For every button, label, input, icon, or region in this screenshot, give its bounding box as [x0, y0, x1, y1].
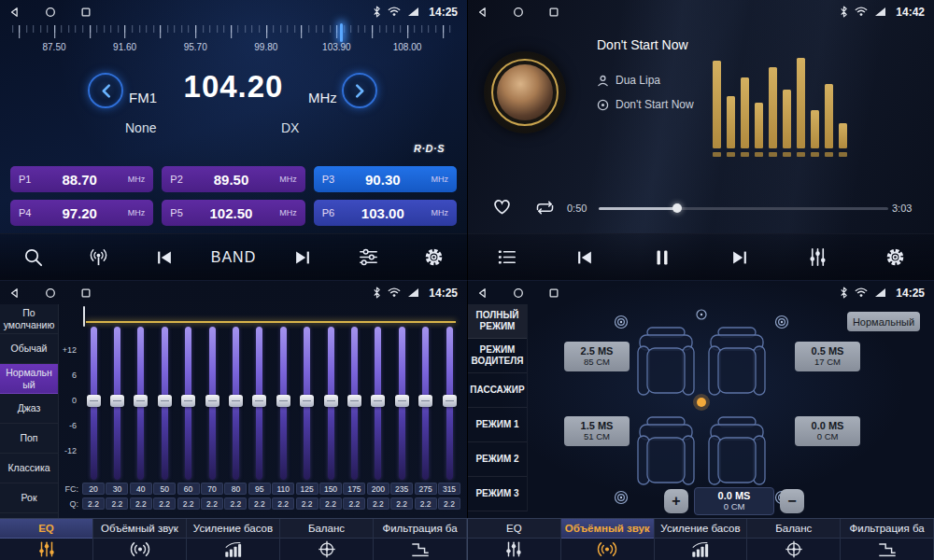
preset-button-p1[interactable]: P188.70MHz	[10, 166, 153, 192]
home-icon[interactable]	[513, 7, 524, 18]
tune-up-button[interactable]	[342, 73, 377, 108]
radio-broadcast-icon[interactable]	[79, 238, 119, 277]
home-icon[interactable]	[45, 7, 56, 18]
next-track-icon[interactable]	[720, 238, 759, 277]
tab-left-3[interactable]: Баланс	[280, 519, 374, 560]
home-icon[interactable]	[45, 287, 56, 299]
settings-gear-icon[interactable]	[415, 238, 454, 277]
delay-decrease-button[interactable]: −	[780, 489, 804, 513]
band-fc-value: 150	[319, 483, 342, 495]
status-bar: 14:25	[0, 0, 467, 23]
listening-mode-2[interactable]: ПАССАЖИР	[468, 373, 527, 408]
delay-front-left-button[interactable]: 2.5 MS 85 СМ	[564, 342, 630, 371]
status-icons: 14:25	[840, 287, 925, 300]
eq-band-handle[interactable]	[418, 395, 432, 407]
preset-button-p2[interactable]: P289.50MHz	[162, 166, 304, 192]
eq-band-handle[interactable]	[443, 395, 457, 407]
home-icon[interactable]	[513, 287, 524, 299]
prev-track-icon[interactable]	[145, 238, 184, 277]
tab-right-0[interactable]: EQ	[468, 519, 561, 560]
seek-bar-knob[interactable]	[672, 203, 682, 213]
eq-band-handle[interactable]	[134, 395, 148, 407]
back-icon[interactable]	[477, 7, 488, 18]
scale-label: 91.60	[113, 42, 136, 52]
eq-band-handle[interactable]	[87, 395, 101, 407]
favorite-heart-icon[interactable]	[491, 196, 513, 216]
preset-button-p6[interactable]: P6103.00MHz	[314, 200, 457, 226]
back-icon[interactable]	[477, 287, 488, 299]
tab-label: Фильтрация ба	[841, 519, 933, 539]
listening-mode-3[interactable]: РЕЖИМ 1	[468, 408, 527, 442]
wifi-icon	[388, 287, 401, 298]
preset-button-p5[interactable]: P5102.50MHz	[162, 200, 304, 226]
listening-mode-5[interactable]: РЕЖИМ 3	[468, 477, 527, 511]
delay-rear-left-button[interactable]: 1.5 MS 51 СМ	[564, 416, 630, 446]
tab-right-4[interactable]: Фильтрация ба	[841, 519, 934, 560]
recents-icon[interactable]	[80, 7, 92, 18]
tab-right-2[interactable]: Усиление басов	[655, 519, 748, 560]
band-fc-value: 80	[224, 483, 247, 495]
recents-icon[interactable]	[548, 287, 559, 299]
eq-band-handle[interactable]	[158, 395, 172, 407]
tab-right-1[interactable]: Объёмный звук	[561, 519, 655, 560]
delay-rear-right-button[interactable]: 0.0 MS 0 СМ	[795, 416, 860, 446]
eq-band-handle[interactable]	[110, 395, 124, 407]
mixer-icon[interactable]	[798, 238, 837, 277]
prev-track-icon[interactable]	[565, 238, 604, 277]
eq-band-handle[interactable]	[205, 395, 219, 407]
eq-bands-area: 202.2302.2402.2502.2602.2702.2802.2952.2…	[0, 281, 467, 518]
eq-band-handle[interactable]	[300, 395, 314, 407]
tab-left-2[interactable]: Усиление басов	[187, 519, 280, 560]
recents-icon[interactable]	[548, 7, 559, 18]
pause-icon[interactable]	[643, 238, 682, 277]
status-bar: 14:42	[468, 0, 934, 23]
eq-band-handle[interactable]	[324, 395, 338, 407]
tab-left-1[interactable]: Объёмный звук	[93, 519, 187, 560]
eq-band-handle[interactable]	[347, 395, 361, 407]
search-icon[interactable]	[13, 238, 52, 277]
eq-band-handle[interactable]	[229, 395, 243, 407]
bluetooth-icon	[840, 287, 848, 299]
next-track-icon[interactable]	[283, 238, 322, 277]
tune-down-button[interactable]	[88, 73, 123, 108]
eq-band-handle[interactable]	[371, 395, 385, 407]
delay-front-right-button[interactable]: 0.5 MS 17 СМ	[795, 342, 860, 371]
album-row: Don't Start Now	[597, 98, 694, 111]
preset-button-p4[interactable]: P497.20MHz	[10, 200, 153, 226]
bass-boost-icon	[655, 539, 747, 560]
band-fc-value: 40	[130, 483, 152, 495]
seat-front-left	[638, 328, 694, 395]
back-icon[interactable]	[9, 7, 21, 18]
eq-band-handle[interactable]	[276, 395, 290, 407]
band-fc-value: 275	[415, 483, 437, 495]
delay-increase-button[interactable]: +	[664, 489, 688, 513]
listening-mode-4[interactable]: РЕЖИМ 2	[468, 442, 527, 477]
preset-button-p3[interactable]: P390.30MHz	[314, 166, 457, 192]
listening-mode-0[interactable]: ПОЛНЫЙ РЕЖИМ	[468, 304, 527, 339]
queue-icon[interactable]	[488, 238, 527, 277]
eq-band-handle[interactable]	[395, 395, 409, 407]
tab-right-3[interactable]: Баланс	[747, 519, 841, 560]
preset-unit: MHz	[128, 175, 146, 184]
eq-band-handle[interactable]	[252, 395, 266, 407]
fc-row-label: FC:	[54, 484, 78, 494]
band-button[interactable]: BAND	[211, 249, 256, 266]
tab-label: Фильтрация ба	[374, 519, 466, 539]
back-icon[interactable]	[9, 287, 21, 299]
frequency-scale[interactable]: 87.5091.6095.7099.80103.90108.00	[11, 25, 456, 59]
scale-label: 99.80	[254, 42, 277, 52]
settings-gear-icon[interactable]	[875, 238, 914, 277]
tab-left-4[interactable]: Фильтрация ба	[374, 519, 467, 560]
audio-tune-icon[interactable]	[348, 238, 388, 277]
visualizer-bar	[713, 62, 721, 157]
repeat-icon[interactable]	[533, 200, 557, 216]
eq-band-handle[interactable]	[181, 395, 195, 407]
band-fc-value: 70	[201, 483, 223, 495]
wifi-icon	[855, 7, 868, 17]
recents-icon[interactable]	[80, 287, 92, 299]
tab-left-0[interactable]: EQ	[0, 519, 93, 560]
surround-preset-button[interactable]: Нормальный	[847, 312, 920, 331]
listening-mode-1[interactable]: РЕЖИМ ВОДИТЕЛЯ	[468, 339, 527, 373]
preset-grid: P188.70MHzP289.50MHzP390.30MHzP497.20MHz…	[10, 166, 457, 226]
seek-bar[interactable]	[599, 207, 888, 210]
